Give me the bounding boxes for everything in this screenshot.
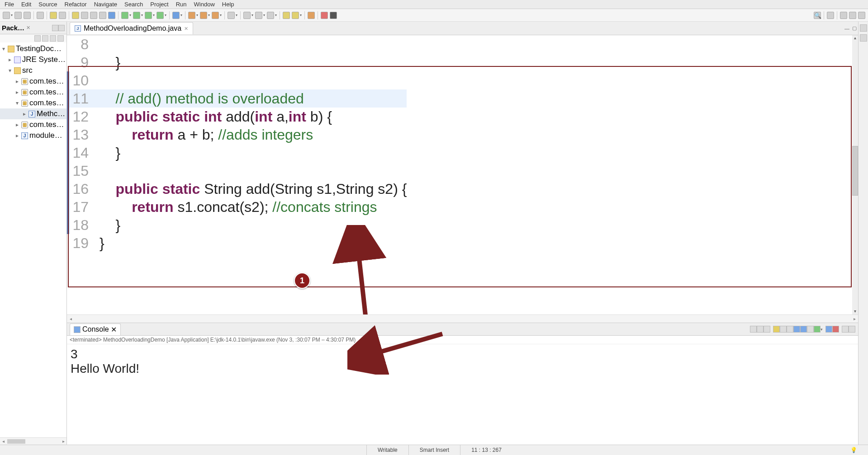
maximize-console-icon[interactable] bbox=[849, 326, 855, 333]
tree-module-info[interactable]: ▸Jmodule… bbox=[0, 130, 66, 141]
console-tab[interactable]: Console ✕ bbox=[70, 324, 121, 335]
open-type-icon[interactable] bbox=[228, 12, 235, 19]
console-view: Console ✕ bbox=[67, 323, 858, 445]
menu-navigate[interactable]: Navigate bbox=[94, 1, 117, 8]
new-icon[interactable] bbox=[3, 12, 10, 19]
status-writable: Writable bbox=[366, 445, 408, 455]
toggle-breakpoint-icon[interactable] bbox=[59, 12, 66, 19]
close-console-icon[interactable]: ✕ bbox=[111, 325, 117, 334]
tree-src[interactable]: ▾src bbox=[0, 65, 66, 76]
tree-package[interactable]: ▸⊞com.tes… bbox=[0, 76, 66, 87]
console-icon bbox=[74, 326, 81, 333]
stop-process-icon[interactable] bbox=[832, 326, 839, 333]
package-explorer-tab[interactable]: Pack… bbox=[2, 24, 24, 32]
menu-bar: File Edit Source Refactor Navigate Searc… bbox=[0, 0, 868, 9]
collapse-all-icon[interactable] bbox=[34, 35, 41, 42]
show-console-icon[interactable] bbox=[793, 326, 800, 333]
run-icon[interactable] bbox=[133, 12, 140, 19]
wand-icon[interactable] bbox=[81, 12, 88, 19]
block-icon[interactable] bbox=[90, 12, 97, 19]
mark-icon[interactable] bbox=[108, 12, 115, 19]
menu-search[interactable]: Search bbox=[124, 1, 143, 8]
remove-launch-icon[interactable] bbox=[757, 326, 764, 333]
wrap-icon[interactable] bbox=[99, 12, 106, 19]
run-last-icon[interactable] bbox=[157, 12, 164, 19]
outline-view-icon[interactable] bbox=[860, 24, 867, 32]
console-output[interactable]: 3 Hello World! bbox=[67, 344, 858, 445]
close-tab-icon[interactable]: ✕ bbox=[184, 26, 188, 32]
sidebar-scrollbar[interactable]: ◂▸ bbox=[0, 437, 66, 445]
console-tab-label: Console bbox=[82, 325, 109, 333]
code-editor[interactable]: 8 9 } 10 11 // add() method is overloade… bbox=[67, 35, 858, 314]
minimize-editor-icon[interactable]: — bbox=[844, 26, 849, 31]
maximize-editor-icon[interactable]: ▢ bbox=[852, 25, 857, 31]
scroll-lock-icon[interactable] bbox=[780, 326, 787, 333]
task-list-icon[interactable] bbox=[860, 34, 867, 42]
tree-project[interactable]: ▾TestingDoc… bbox=[0, 43, 66, 54]
tree-package[interactable]: ▸⊞com.tes… bbox=[0, 119, 66, 130]
status-cursor-position: 11 : 13 : 267 bbox=[460, 445, 512, 455]
quick-access-icon[interactable]: 🔍 bbox=[814, 12, 821, 19]
menu-file[interactable]: File bbox=[5, 1, 14, 8]
new-project-icon[interactable] bbox=[188, 12, 195, 19]
menu-source[interactable]: Source bbox=[38, 1, 57, 8]
display-selected-icon[interactable] bbox=[807, 326, 814, 333]
editor-horizontal-scrollbar[interactable]: ◂▸ bbox=[67, 314, 858, 323]
external-tools-icon[interactable] bbox=[172, 12, 180, 19]
tree-jre[interactable]: ▸JRE Syste… bbox=[0, 54, 66, 65]
save-icon[interactable] bbox=[14, 12, 22, 19]
editor-vertical-scrollbar[interactable]: ▴ ▾ bbox=[852, 35, 858, 314]
annotation-next-icon[interactable] bbox=[255, 12, 262, 19]
tree-package[interactable]: ▸⊞com.tes… bbox=[0, 87, 66, 98]
link-editor-icon[interactable] bbox=[42, 35, 48, 42]
terminate-icon[interactable] bbox=[750, 326, 757, 333]
java-perspective-icon[interactable] bbox=[840, 12, 847, 19]
debug-icon[interactable] bbox=[121, 12, 128, 19]
open-perspective-icon[interactable] bbox=[827, 12, 834, 19]
minimize-console-icon[interactable] bbox=[842, 326, 849, 333]
annotation-prev-icon[interactable] bbox=[267, 12, 274, 19]
debug-perspective-icon[interactable] bbox=[849, 12, 856, 19]
save-all-icon[interactable] bbox=[24, 12, 31, 19]
project-tree[interactable]: ▾TestingDoc… ▸JRE Syste… ▾src ▸⊞com.tes…… bbox=[0, 42, 66, 437]
menu-project[interactable]: Project bbox=[150, 1, 168, 8]
menu-refactor[interactable]: Refactor bbox=[65, 1, 87, 8]
editor-tab[interactable]: J MethodOverloadingDemo.java ✕ bbox=[70, 22, 193, 34]
menu-run[interactable]: Run bbox=[176, 1, 187, 8]
tree-package[interactable]: ▾⊞com.tes… bbox=[0, 98, 66, 108]
menu-edit[interactable]: Edit bbox=[21, 1, 31, 8]
skip-breakpoints-icon[interactable] bbox=[50, 12, 57, 19]
highlighter-icon[interactable] bbox=[72, 12, 79, 19]
status-insert-mode: Smart Insert bbox=[408, 445, 460, 455]
pin-icon[interactable] bbox=[308, 12, 315, 19]
maximize-view-icon[interactable] bbox=[58, 25, 65, 31]
editor-tab-bar: J MethodOverloadingDemo.java ✕ — ▢ bbox=[67, 22, 858, 35]
status-bar: Writable Smart Insert 11 : 13 : 267 💡 bbox=[0, 445, 868, 455]
annotation-badge: 1 bbox=[294, 272, 310, 289]
view-menu-icon[interactable] bbox=[50, 35, 56, 42]
back-icon[interactable] bbox=[283, 12, 290, 19]
build-icon[interactable] bbox=[37, 12, 44, 19]
remove-all-icon[interactable] bbox=[764, 326, 770, 333]
tree-java-file[interactable]: ▸JMethc… bbox=[0, 108, 66, 119]
search-dialog-icon[interactable] bbox=[243, 12, 251, 19]
git-perspective-icon[interactable] bbox=[858, 12, 865, 19]
clear-console-icon[interactable] bbox=[773, 326, 780, 333]
filter-icon[interactable] bbox=[57, 35, 64, 42]
coverage-icon[interactable] bbox=[145, 12, 152, 19]
forward-icon[interactable] bbox=[292, 12, 299, 19]
new-package-icon[interactable] bbox=[200, 12, 207, 19]
minimize-view-icon[interactable] bbox=[52, 25, 58, 31]
open-console-icon[interactable] bbox=[814, 326, 821, 333]
new-console-icon[interactable] bbox=[825, 326, 832, 333]
tip-icon[interactable]: 💡 bbox=[850, 447, 857, 453]
stop-icon[interactable] bbox=[321, 12, 328, 19]
java-file-icon: J bbox=[75, 25, 81, 32]
menu-help[interactable]: Help bbox=[222, 1, 234, 8]
menu-window[interactable]: Window bbox=[194, 1, 215, 8]
cloud-icon[interactable] bbox=[330, 12, 337, 19]
new-class-icon[interactable] bbox=[212, 12, 219, 19]
close-view-icon[interactable]: ✕ bbox=[26, 25, 30, 31]
pin-console-icon[interactable] bbox=[800, 326, 807, 333]
word-wrap-icon[interactable] bbox=[787, 326, 793, 333]
